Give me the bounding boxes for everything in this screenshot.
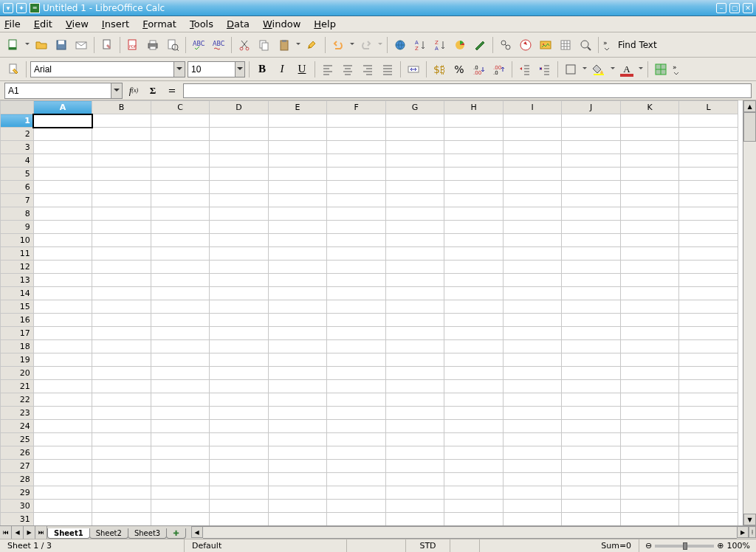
cell-D30[interactable] bbox=[210, 500, 269, 513]
cell-L16[interactable] bbox=[679, 314, 738, 327]
cell-J23[interactable] bbox=[562, 407, 621, 420]
cell-F24[interactable] bbox=[327, 420, 386, 433]
cell-I4[interactable] bbox=[503, 154, 562, 168]
cell-B29[interactable] bbox=[92, 486, 151, 500]
cell-L8[interactable] bbox=[679, 207, 738, 221]
cell-A6[interactable] bbox=[33, 181, 92, 194]
cell-E26[interactable] bbox=[268, 446, 327, 460]
cell-G20[interactable] bbox=[385, 367, 444, 380]
cell-H31[interactable] bbox=[444, 513, 504, 526]
cell-A31[interactable] bbox=[33, 513, 92, 526]
cell-K6[interactable] bbox=[620, 181, 679, 194]
row-header-2[interactable]: 2 bbox=[1, 128, 34, 141]
column-header-C[interactable]: C bbox=[151, 101, 210, 114]
copy-button[interactable] bbox=[255, 36, 273, 54]
menu-help[interactable]: Help bbox=[314, 18, 336, 30]
cell-H15[interactable] bbox=[444, 300, 504, 314]
column-header-H[interactable]: H bbox=[444, 101, 504, 114]
cell-E12[interactable] bbox=[268, 261, 327, 274]
cell-K20[interactable] bbox=[620, 367, 679, 380]
cell-D24[interactable] bbox=[210, 420, 269, 433]
maximize-button[interactable]: ▢ bbox=[729, 3, 740, 13]
cell-B11[interactable] bbox=[92, 247, 151, 261]
cell-B31[interactable] bbox=[92, 513, 151, 526]
cell-I24[interactable] bbox=[503, 420, 562, 433]
cell-J19[interactable] bbox=[562, 353, 621, 367]
cell-D4[interactable] bbox=[210, 154, 269, 168]
tab-prev-button[interactable]: ◀ bbox=[12, 526, 24, 539]
sort-asc-button[interactable]: AZ bbox=[411, 36, 429, 54]
cell-A28[interactable] bbox=[33, 473, 92, 486]
zoom-level[interactable]: 100% bbox=[727, 541, 750, 551]
cell-B28[interactable] bbox=[92, 473, 151, 486]
cell-F22[interactable] bbox=[327, 393, 386, 407]
cell-H10[interactable] bbox=[444, 234, 504, 247]
cell-C23[interactable] bbox=[151, 407, 210, 420]
cell-B6[interactable] bbox=[92, 181, 151, 194]
cell-B7[interactable] bbox=[92, 194, 151, 207]
column-header-F[interactable]: F bbox=[327, 101, 386, 114]
cell-K9[interactable] bbox=[620, 221, 679, 234]
cell-E13[interactable] bbox=[268, 274, 327, 287]
cell-H5[interactable] bbox=[444, 168, 504, 181]
format-paintbrush-button[interactable] bbox=[303, 36, 321, 54]
navigator-button[interactable] bbox=[517, 36, 535, 54]
cell-reference-input[interactable] bbox=[5, 84, 111, 97]
cell-J18[interactable] bbox=[562, 340, 621, 353]
cell-G6[interactable] bbox=[385, 181, 444, 194]
column-header-J[interactable]: J bbox=[562, 101, 621, 114]
cell-I7[interactable] bbox=[503, 194, 562, 207]
cell-J1[interactable] bbox=[562, 114, 621, 128]
function-wizard-button[interactable]: f(x) bbox=[126, 83, 142, 98]
cell-E18[interactable] bbox=[268, 340, 327, 353]
cell-C8[interactable] bbox=[151, 207, 210, 221]
borders-dropdown[interactable] bbox=[582, 67, 588, 72]
menu-edit[interactable]: Edit bbox=[34, 18, 52, 30]
cell-B23[interactable] bbox=[92, 407, 151, 420]
cell-C3[interactable] bbox=[151, 141, 210, 154]
cell-E21[interactable] bbox=[268, 380, 327, 393]
cell-D12[interactable] bbox=[210, 261, 269, 274]
cell-H27[interactable] bbox=[444, 460, 504, 473]
cell-B17[interactable] bbox=[92, 327, 151, 340]
cell-C4[interactable] bbox=[151, 154, 210, 168]
cell-G17[interactable] bbox=[385, 327, 444, 340]
cell-L28[interactable] bbox=[679, 473, 738, 486]
cell-D19[interactable] bbox=[210, 353, 269, 367]
cell-I29[interactable] bbox=[503, 486, 562, 500]
cell-C21[interactable] bbox=[151, 380, 210, 393]
cell-H21[interactable] bbox=[444, 380, 504, 393]
cell-B14[interactable] bbox=[92, 287, 151, 300]
cell-B21[interactable] bbox=[92, 380, 151, 393]
cell-H3[interactable] bbox=[444, 141, 504, 154]
zoom-out-icon[interactable]: ⊖ bbox=[645, 541, 652, 551]
cell-I13[interactable] bbox=[503, 274, 562, 287]
underline-button[interactable]: U bbox=[293, 61, 311, 78]
cell-J24[interactable] bbox=[562, 420, 621, 433]
cell-C11[interactable] bbox=[151, 247, 210, 261]
cell-F28[interactable] bbox=[327, 473, 386, 486]
toolbar-overflow[interactable]: » bbox=[602, 36, 611, 54]
vscroll-thumb[interactable] bbox=[743, 112, 756, 142]
cell-B5[interactable] bbox=[92, 168, 151, 181]
cell-K11[interactable] bbox=[620, 247, 679, 261]
add-sheet-button[interactable]: ✚ bbox=[166, 528, 185, 539]
export-pdf-button[interactable]: PDF bbox=[124, 36, 142, 54]
cell-L1[interactable] bbox=[679, 114, 738, 128]
cell-C1[interactable] bbox=[151, 114, 210, 128]
borders-button[interactable] bbox=[562, 61, 580, 78]
cell-K7[interactable] bbox=[620, 194, 679, 207]
cell-G27[interactable] bbox=[385, 460, 444, 473]
cell-J28[interactable] bbox=[562, 473, 621, 486]
cell-H8[interactable] bbox=[444, 207, 504, 221]
cell-G28[interactable] bbox=[385, 473, 444, 486]
cell-A7[interactable] bbox=[33, 194, 92, 207]
cell-C17[interactable] bbox=[151, 327, 210, 340]
cell-B22[interactable] bbox=[92, 393, 151, 407]
cell-D20[interactable] bbox=[210, 367, 269, 380]
cell-F21[interactable] bbox=[327, 380, 386, 393]
gallery-button[interactable] bbox=[537, 36, 554, 54]
cell-H17[interactable] bbox=[444, 327, 504, 340]
cell-F17[interactable] bbox=[327, 327, 386, 340]
cell-D28[interactable] bbox=[210, 473, 269, 486]
